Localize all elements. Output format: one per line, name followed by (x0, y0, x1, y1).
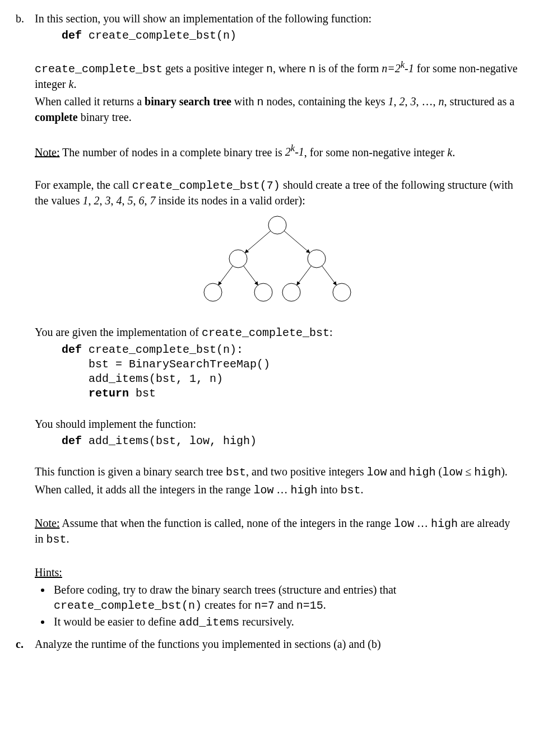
text: When called it returns a (35, 95, 145, 108)
hints-label: Hints: (35, 565, 520, 580)
text: . (323, 599, 326, 611)
text: , where (273, 62, 309, 74)
c-text: Analyze the runtime of the functions you… (35, 637, 520, 652)
text: , (394, 95, 400, 108)
code-text: add_items(bst, 1, n) (62, 372, 223, 385)
b-intro: In this section, you will show an implem… (35, 11, 520, 26)
b-p2: create_complete_bst gets a positive inte… (35, 59, 520, 92)
text: , for some non-negative integer (304, 146, 447, 158)
text: ≤ (462, 465, 474, 478)
text: … (273, 483, 290, 496)
tree-edge (245, 231, 271, 253)
tree-edge (244, 266, 258, 285)
text: . (73, 78, 76, 90)
var-k: k (447, 146, 452, 158)
impl-sig: def add_items(bst, low, high) (62, 434, 520, 449)
tree-node (308, 250, 326, 268)
code-text: add_items (179, 616, 239, 629)
math: n=2k-1 (382, 62, 414, 74)
tree-edge (284, 231, 310, 253)
item-c-body: Analyze the runtime of the functions you… (35, 637, 520, 654)
text: ( (435, 465, 442, 478)
text: Assume that when the function is called,… (59, 517, 394, 529)
code-text: low (442, 466, 462, 479)
tree-node (204, 283, 222, 301)
text: You are given the implementation of (35, 326, 202, 338)
text: , (405, 95, 411, 108)
num: 2 (94, 194, 100, 207)
num: 3 (105, 194, 111, 207)
text: is of the form (315, 62, 382, 74)
var-n: n (439, 95, 444, 108)
code-text: n=15 (296, 599, 323, 612)
code-text: high (474, 466, 501, 479)
text: Before coding, try to draw the binary se… (54, 584, 396, 596)
item-b-body: In this section, you will show an implem… (35, 11, 520, 631)
tree-diagram (35, 213, 520, 308)
code-text: create_complete_bst(n) (82, 29, 236, 42)
text: , structured as a (444, 95, 515, 108)
text: . (361, 483, 364, 496)
code-text: n (257, 96, 263, 109)
text: -1 (295, 146, 304, 158)
underline-text: Hints: (35, 566, 62, 578)
num: 5 (128, 194, 133, 207)
code-text: bst (47, 533, 67, 546)
text: . (452, 146, 455, 158)
code-text (62, 387, 89, 400)
problem-c: c. Analyze the runtime of the functions … (16, 637, 520, 654)
item-marker-b: b. (16, 11, 35, 26)
tree-node (229, 250, 247, 268)
tree-edge (219, 266, 233, 285)
text: , (122, 194, 128, 207)
item-marker-c: c. (16, 637, 35, 652)
b-note1: Note: The number of nodes in a complete … (35, 143, 520, 160)
code-text: create_complete_bst(n): (82, 343, 243, 356)
b-example: For example, the call create_complete_bs… (35, 178, 520, 208)
tree-node (333, 283, 351, 301)
num: 2 (400, 95, 405, 108)
code-text: bst (226, 466, 246, 479)
text: creates for (202, 599, 254, 611)
bold-text: complete (35, 111, 78, 123)
text: , (100, 194, 105, 207)
tree-node (254, 283, 272, 301)
text: and (275, 599, 296, 611)
text: with (231, 95, 257, 108)
num: 1 (388, 95, 394, 108)
b-desc1: This function is given a binary search t… (35, 464, 520, 480)
code-text: high (431, 517, 458, 530)
text: , …, (416, 95, 439, 108)
code-text: n=7 (254, 599, 275, 612)
text: , (111, 194, 117, 207)
hints-list: Before coding, try to draw the binary se… (35, 582, 520, 630)
num: 7 (150, 194, 156, 207)
text: The number of nodes in a complete binary… (59, 146, 285, 158)
keyword-def: def (62, 343, 82, 356)
text: ). (501, 465, 508, 478)
text: … (414, 517, 431, 529)
text: gets a positive integer (162, 62, 266, 74)
tree-node (282, 283, 300, 301)
num: 4 (117, 194, 122, 207)
hint-1: Before coding, try to draw the binary se… (52, 582, 520, 613)
text: . (67, 533, 69, 545)
keyword-def: def (62, 29, 82, 42)
code-text: high (408, 466, 435, 479)
sup: k (401, 59, 405, 70)
b-sig: def create_complete_bst(n) (62, 29, 520, 43)
tree-node (268, 216, 286, 234)
num: 6 (139, 194, 145, 207)
text: For example, the call (35, 179, 132, 191)
b-note2: Note: Assume that when the function is c… (35, 516, 520, 547)
text: nodes, containing the keys (263, 95, 388, 108)
text: recursively. (239, 615, 294, 628)
code-text: bst (341, 484, 361, 497)
text: , (145, 194, 150, 207)
code-text: bst = BinarySearchTreeMap() (62, 358, 270, 371)
code-text: add_items(bst, low, high) (82, 435, 257, 447)
hint-2: It would be easier to define add_items r… (52, 614, 520, 630)
given-code: def create_complete_bst(n): bst = Binary… (62, 343, 520, 401)
code-text: high (290, 484, 317, 497)
code-text: n (266, 63, 273, 76)
